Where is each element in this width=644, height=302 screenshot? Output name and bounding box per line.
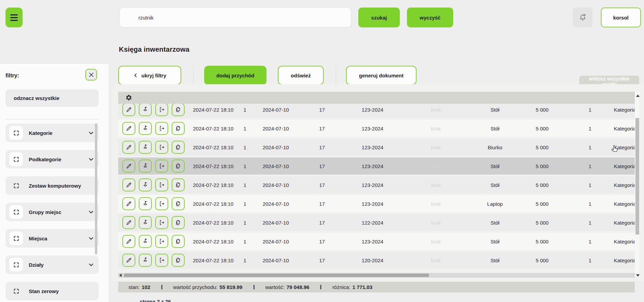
scroll-up-arrow[interactable] <box>636 95 640 97</box>
column-header[interactable] <box>613 92 635 104</box>
menu-button[interactable] <box>5 8 23 27</box>
move-location-button[interactable] <box>139 141 152 154</box>
move-location-button[interactable] <box>139 122 152 135</box>
cell-stock: 1 <box>236 252 253 269</box>
column-header[interactable] <box>190 92 236 104</box>
close-filters-button[interactable] <box>85 69 97 80</box>
move-location-button[interactable] <box>139 254 152 267</box>
edit-button[interactable] <box>122 216 135 229</box>
edit-button[interactable] <box>122 122 135 135</box>
table-settings-icon[interactable] <box>125 94 132 101</box>
edit-button[interactable] <box>122 235 135 248</box>
cell-date-added: 2024-07-22 18:10 <box>190 214 236 231</box>
edit-button[interactable] <box>122 141 135 154</box>
cell-serial-number: brak <box>399 158 473 175</box>
cell-symbol: 123-2024 <box>346 104 399 118</box>
filter-item[interactable]: Grupy miejsc <box>5 203 99 221</box>
table-row[interactable]: 2024-07-22 18:10 1 2024-07-10 17 123-202… <box>118 139 635 156</box>
cell-income-number: 17 <box>298 252 346 269</box>
move-location-button[interactable] <box>139 235 152 248</box>
duplicate-button[interactable] <box>172 197 185 210</box>
generate-document-button[interactable]: generuj dokument <box>346 66 417 85</box>
duplicate-button[interactable] <box>172 160 185 173</box>
edit-button[interactable] <box>122 178 135 191</box>
table-row[interactable]: 2024-07-22 18:10 1 2024-07-10 17 122-202… <box>118 214 635 231</box>
copy-pages-icon <box>175 106 182 113</box>
filter-item[interactable]: Zestaw komputerowy <box>5 176 99 195</box>
cell-unit-price: 5 000 <box>517 139 567 156</box>
column-header[interactable] <box>253 92 298 104</box>
column-header[interactable] <box>399 92 473 104</box>
transfer-out-button[interactable] <box>155 104 168 116</box>
move-location-button[interactable] <box>139 178 152 191</box>
column-header[interactable] <box>236 92 253 104</box>
edit-button[interactable] <box>122 254 135 267</box>
search-input[interactable] <box>120 8 351 27</box>
vertical-scrollbar-thumb[interactable] <box>635 118 639 235</box>
table-row[interactable]: 2024-07-22 18:10 1 2024-07-10 17 123-202… <box>118 120 635 137</box>
duplicate-button[interactable] <box>172 122 185 135</box>
duplicate-button[interactable] <box>172 216 185 229</box>
cell-stock: 1 <box>236 233 253 250</box>
copy-pages-icon <box>175 238 182 245</box>
table-row[interactable]: 2024-07-22 18:10 1 2024-07-10 17 120-202… <box>118 252 635 269</box>
user-button[interactable]: korsol <box>601 8 641 27</box>
move-location-button[interactable] <box>139 104 152 116</box>
search-button[interactable]: szukaj <box>358 8 400 27</box>
cell-serial-number: brak <box>399 252 473 269</box>
cell-category: Kategoria <box>613 176 635 193</box>
add-income-button[interactable]: dodaj przychód <box>204 66 267 85</box>
column-header[interactable] <box>517 92 567 104</box>
filter-item[interactable]: Miejsca <box>5 229 99 248</box>
duplicate-button[interactable] <box>172 235 185 248</box>
chevron-left-icon <box>133 73 138 78</box>
duplicate-button[interactable] <box>172 104 185 116</box>
filter-item[interactable]: Kategorie <box>5 124 99 142</box>
filter-item[interactable]: Podkategorie <box>5 150 99 168</box>
column-header[interactable] <box>567 92 613 104</box>
hide-filters-button[interactable]: ukryj filtry <box>118 66 181 85</box>
transfer-out-button[interactable] <box>155 197 168 210</box>
horizontal-scrollbar-thumb[interactable] <box>124 274 429 277</box>
scroll-down-arrow[interactable] <box>636 274 640 277</box>
duplicate-button[interactable] <box>172 141 185 154</box>
filter-item-label: Podkategorie <box>29 156 88 162</box>
transfer-out-button[interactable] <box>155 160 168 173</box>
cell-date-added: 2024-07-22 18:10 <box>190 233 236 250</box>
duplicate-button[interactable] <box>172 178 185 191</box>
transfer-out-button[interactable] <box>155 178 168 191</box>
transfer-out-button[interactable] <box>155 254 168 267</box>
notifications-button[interactable] <box>573 8 593 27</box>
copy-pages-icon <box>175 163 182 169</box>
scroll-left-arrow[interactable] <box>119 274 122 277</box>
sidebar-scrollbar[interactable] <box>95 123 97 254</box>
column-header[interactable] <box>298 92 346 104</box>
move-location-button[interactable] <box>139 160 152 173</box>
deselect-all-button[interactable]: odznacz wszystkie <box>5 89 99 107</box>
move-location-button[interactable] <box>139 216 152 229</box>
edit-button[interactable] <box>122 160 135 173</box>
table-row[interactable]: 2024-07-22 18:10 1 2024-07-10 17 123-202… <box>118 104 635 118</box>
transfer-out-button[interactable] <box>155 235 168 248</box>
cell-income-date: 2024-07-10 <box>253 120 298 137</box>
table-row[interactable]: 2024-07-22 18:10 1 2024-07-10 17 123-202… <box>118 195 635 212</box>
transfer-out-button[interactable] <box>155 216 168 229</box>
duplicate-button[interactable] <box>172 254 185 267</box>
filter-item[interactable]: Stan zerowy <box>5 282 99 300</box>
edit-button[interactable] <box>122 104 135 116</box>
column-header[interactable] <box>346 92 399 104</box>
clear-button[interactable]: wyczyść <box>407 8 453 27</box>
table-row[interactable]: 2024-07-22 18:10 1 2024-07-10 17 123-202… <box>118 176 635 193</box>
refresh-button[interactable]: odśwież <box>278 66 324 85</box>
copy-pages-icon <box>175 257 182 264</box>
location-flag-icon <box>142 200 149 207</box>
transfer-out-button[interactable] <box>155 122 168 135</box>
transfer-out-button[interactable] <box>155 141 168 154</box>
column-header[interactable] <box>473 92 517 104</box>
edit-button[interactable] <box>122 197 135 210</box>
filter-item[interactable]: Działy <box>5 255 99 274</box>
move-location-button[interactable] <box>139 197 152 210</box>
filters-label: filtry: <box>5 73 19 79</box>
table-row[interactable]: 2024-07-22 18:10 1 2024-07-10 17 123-202… <box>118 233 635 250</box>
table-row[interactable]: 2024-07-22 18:10 1 2024-07-10 17 123-202… <box>118 158 635 175</box>
